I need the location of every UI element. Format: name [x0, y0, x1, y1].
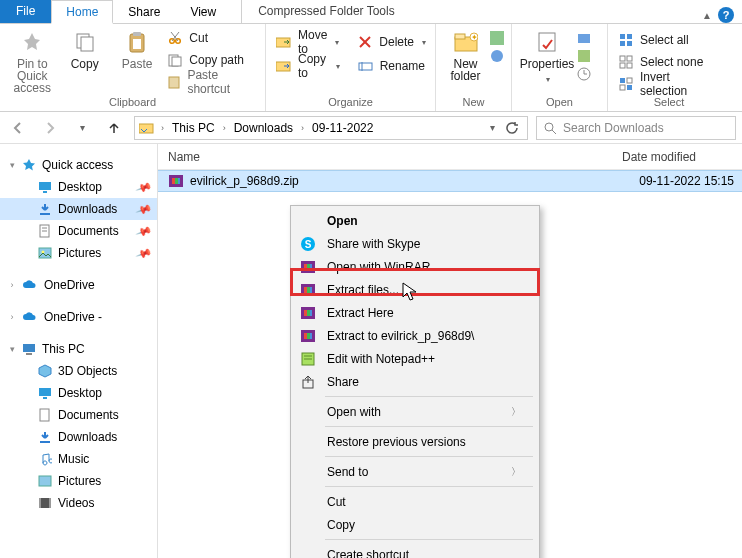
cut-button[interactable]: Cut: [163, 28, 259, 48]
nav-music[interactable]: Music: [0, 448, 157, 470]
crumb-date[interactable]: 09-11-2022: [310, 121, 375, 135]
scissors-icon: [167, 30, 183, 46]
nav-forward-button[interactable]: [38, 116, 62, 140]
folder-move-icon: [276, 34, 292, 50]
documents-icon: [38, 408, 52, 422]
address-bar[interactable]: › This PC › Downloads › 09-11-2022 ▾: [134, 116, 528, 140]
tab-home[interactable]: Home: [51, 0, 113, 24]
ctx-create-shortcut[interactable]: Create shortcut: [293, 543, 537, 558]
pin-to-quick-access-button[interactable]: Pin to Quick access: [6, 26, 58, 94]
svg-rect-63: [175, 178, 178, 184]
open-icon[interactable]: [576, 30, 592, 46]
ctx-restore-previous[interactable]: Restore previous versions: [293, 430, 537, 453]
nav-desktop2[interactable]: Desktop: [0, 382, 157, 404]
properties-button[interactable]: Properties▾: [518, 26, 576, 86]
rename-button[interactable]: Rename: [354, 56, 429, 76]
svg-rect-32: [620, 56, 625, 61]
nav-back-button[interactable]: [6, 116, 30, 140]
svg-rect-26: [578, 50, 590, 62]
properties-icon: [535, 30, 559, 54]
new-folder-button[interactable]: ✦ New folder: [442, 26, 489, 82]
cloud-icon: [22, 279, 38, 291]
history-icon[interactable]: [576, 66, 592, 82]
svg-rect-53: [39, 388, 51, 396]
address-history-icon[interactable]: ▾: [490, 122, 495, 133]
column-date[interactable]: Date modified: [622, 150, 742, 164]
tab-file[interactable]: File: [0, 0, 51, 23]
ctx-open-with[interactable]: Open with〉: [293, 400, 537, 423]
svg-rect-54: [43, 397, 47, 399]
svg-rect-82: [310, 333, 312, 339]
nav-quick-access[interactable]: ▾ Quick access: [0, 154, 157, 176]
nav-desktop[interactable]: Desktop📌: [0, 176, 157, 198]
ctx-extract-to[interactable]: Extract to evilrick_p_968d9\: [293, 324, 537, 347]
ctx-send-to[interactable]: Send to〉: [293, 460, 537, 483]
pin-icon: [20, 30, 44, 54]
nav-3d-objects[interactable]: 3D Objects: [0, 360, 157, 382]
ctx-extract-files[interactable]: Extract files...: [293, 278, 537, 301]
svg-rect-80: [304, 333, 307, 339]
edit-icon[interactable]: [576, 48, 592, 64]
file-row-selected[interactable]: evilrick_p_968d9.zip 09-11-2022 15:15: [158, 170, 742, 192]
tab-view[interactable]: View: [175, 0, 231, 23]
tab-compressed-tools[interactable]: Compressed Folder Tools: [241, 0, 411, 23]
ctx-open[interactable]: Open: [293, 209, 537, 232]
nav-up-button[interactable]: [102, 116, 126, 140]
copy-to-button[interactable]: Copy to▾: [272, 56, 344, 76]
easy-access-icon[interactable]: [489, 48, 505, 64]
nav-onedrive2[interactable]: › OneDrive -: [0, 306, 157, 328]
nav-this-pc[interactable]: ▾ This PC: [0, 338, 157, 360]
nav-pictures[interactable]: Pictures📌: [0, 242, 157, 264]
copy-icon: [73, 30, 97, 54]
search-input[interactable]: Search Downloads: [536, 116, 736, 140]
ctx-share[interactable]: Share: [293, 370, 537, 393]
context-menu: Open S Share with Skype Open with WinRAR…: [290, 205, 540, 558]
nav-onedrive[interactable]: › OneDrive: [0, 274, 157, 296]
nav-downloads[interactable]: Downloads📌: [0, 198, 157, 220]
copy-path-button[interactable]: Copy path: [163, 50, 259, 70]
group-organize-label: Organize: [272, 94, 429, 111]
column-header-row[interactable]: Name Date modified: [158, 144, 742, 170]
nav-documents2[interactable]: Documents: [0, 404, 157, 426]
collapse-ribbon-icon[interactable]: ▲: [702, 10, 712, 21]
paste-button[interactable]: Paste: [111, 26, 163, 70]
nav-documents[interactable]: Documents📌: [0, 220, 157, 242]
ctx-cut[interactable]: Cut: [293, 490, 537, 513]
select-all-button[interactable]: Select all: [614, 30, 724, 50]
navigation-pane[interactable]: ▾ Quick access Desktop📌 Downloads📌 Docum…: [0, 144, 158, 558]
column-name[interactable]: Name: [158, 150, 622, 164]
svg-rect-19: [455, 34, 465, 39]
svg-rect-22: [490, 31, 504, 45]
documents-icon: [38, 224, 52, 238]
tab-share[interactable]: Share: [113, 0, 175, 23]
copy-path-icon: [167, 52, 183, 68]
refresh-button[interactable]: [505, 121, 519, 135]
svg-rect-57: [39, 476, 51, 486]
select-none-button[interactable]: Select none: [614, 52, 724, 72]
folder-copy-icon: [276, 58, 292, 74]
help-icon[interactable]: ?: [718, 7, 734, 23]
ctx-open-winrar[interactable]: Open with WinRAR: [293, 255, 537, 278]
ctx-edit-notepadpp[interactable]: Edit with Notepad++: [293, 347, 537, 370]
nav-videos[interactable]: Videos: [0, 492, 157, 514]
crumb-downloads[interactable]: Downloads: [232, 121, 295, 135]
svg-rect-68: [304, 264, 307, 270]
recent-locations-button[interactable]: ▾: [70, 116, 94, 140]
ctx-copy[interactable]: Copy: [293, 513, 537, 536]
svg-rect-37: [627, 78, 632, 83]
svg-rect-35: [627, 63, 632, 68]
copy-button[interactable]: Copy: [58, 26, 110, 70]
svg-rect-34: [620, 63, 625, 68]
crumb-this-pc[interactable]: This PC: [170, 121, 217, 135]
paste-shortcut-button[interactable]: Paste shortcut: [163, 72, 259, 92]
ctx-share-skype[interactable]: S Share with Skype: [293, 232, 537, 255]
move-to-button[interactable]: Move to▾: [272, 32, 343, 52]
nav-pictures2[interactable]: Pictures: [0, 470, 157, 492]
ctx-extract-here[interactable]: Extract Here: [293, 301, 537, 324]
new-item-icon[interactable]: [489, 30, 505, 46]
videos-icon: [38, 496, 52, 510]
invert-selection-button[interactable]: Invert selection: [614, 74, 724, 94]
svg-rect-76: [304, 310, 307, 316]
nav-downloads2[interactable]: Downloads: [0, 426, 157, 448]
delete-button[interactable]: Delete▾: [353, 32, 430, 52]
